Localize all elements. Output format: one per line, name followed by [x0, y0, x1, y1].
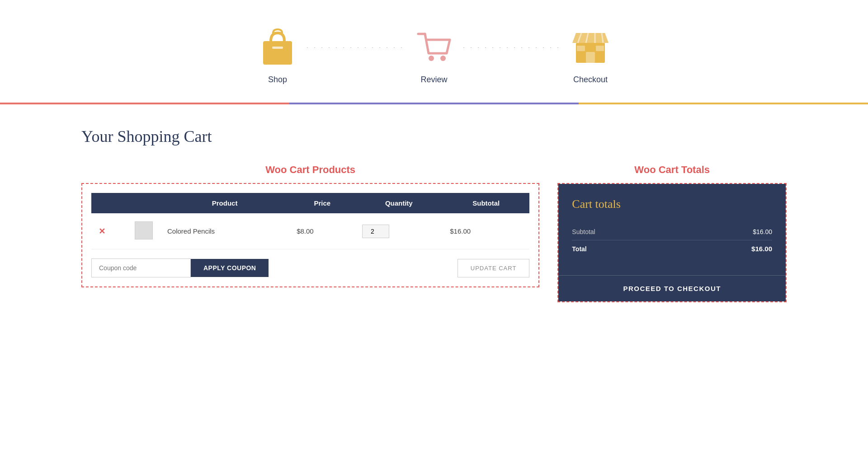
svg-rect-0: [263, 41, 292, 65]
coupon-input[interactable]: [91, 258, 191, 277]
totals-box: Cart totals Subtotal $16.00 Total $16.00…: [557, 183, 787, 302]
price-cell: $8.00: [289, 213, 355, 249]
quantity-input[interactable]: [362, 225, 389, 238]
col-product: Product: [160, 193, 289, 213]
step-shop-label: Shop: [268, 75, 287, 84]
divider-yellow: [579, 103, 868, 104]
product-name-cell: Colored Pencils: [160, 213, 289, 249]
subtotal-row: Subtotal $16.00: [572, 224, 772, 240]
step-checkout[interactable]: Checkout: [570, 27, 611, 84]
review-icon: [414, 27, 454, 68]
progress-divider: [0, 103, 868, 104]
col-quantity: Quantity: [355, 193, 443, 213]
svg-point-4: [429, 56, 434, 61]
proceed-to-checkout-button[interactable]: PROCEED TO CHECKOUT: [558, 275, 786, 301]
cart-layout: Woo Cart Products Product Price Quantity…: [81, 164, 787, 302]
col-remove: [91, 193, 127, 213]
quantity-cell: [355, 213, 443, 249]
progress-bar: Shop · · · · · · · · · · · · · · Review …: [0, 0, 868, 103]
products-box: Product Price Quantity Subtotal ✕: [81, 183, 539, 287]
cart-table: Product Price Quantity Subtotal ✕: [91, 193, 529, 249]
svg-rect-1: [272, 47, 283, 49]
subtotal-label: Subtotal: [572, 228, 595, 235]
divider-red: [0, 103, 289, 104]
image-cell: [127, 213, 160, 249]
cart-totals-title: Cart totals: [572, 197, 772, 211]
subtotal-cell: $16.00: [443, 213, 529, 249]
coupon-row: APPLY COUPON UPDATE CART: [91, 258, 529, 277]
remove-button[interactable]: ✕: [99, 227, 105, 236]
divider-purple: [289, 103, 579, 104]
svg-rect-13: [586, 52, 595, 63]
apply-coupon-button[interactable]: APPLY COUPON: [191, 259, 269, 277]
totals-inner: Cart totals Subtotal $16.00 Total $16.00: [558, 184, 786, 275]
svg-rect-15: [596, 46, 604, 51]
total-label: Total: [572, 245, 586, 253]
total-row: Total $16.00: [572, 240, 772, 257]
col-subtotal: Subtotal: [443, 193, 529, 213]
product-thumbnail: [135, 221, 153, 239]
products-section-title: Woo Cart Products: [81, 164, 539, 176]
cart-products-column: Woo Cart Products Product Price Quantity…: [81, 164, 539, 287]
total-value: $16.00: [751, 245, 772, 253]
page-title: Your Shopping Cart: [81, 127, 787, 146]
step-checkout-label: Checkout: [573, 75, 608, 84]
table-row: ✕ Colored Pencils $8.00 $16.00: [91, 213, 529, 249]
table-header-row: Product Price Quantity Subtotal: [91, 193, 529, 213]
dots-2: · · · · · · · · · · · · · ·: [463, 46, 561, 66]
dots-1: · · · · · · · · · · · · · ·: [307, 46, 405, 66]
svg-rect-14: [577, 46, 585, 51]
subtotal-value: $16.00: [753, 228, 772, 235]
shop-icon: [257, 27, 298, 68]
col-image: [127, 193, 160, 213]
totals-section-title: Woo Cart Totals: [557, 164, 787, 176]
step-shop[interactable]: Shop: [257, 27, 298, 84]
step-review[interactable]: Review: [414, 27, 454, 84]
update-cart-button[interactable]: UPDATE CART: [458, 259, 530, 277]
step-review-label: Review: [420, 75, 447, 84]
checkout-icon: [570, 27, 611, 68]
col-price: Price: [289, 193, 355, 213]
remove-cell: ✕: [91, 213, 127, 249]
main-content: Your Shopping Cart Woo Cart Products Pro…: [0, 104, 868, 325]
svg-point-5: [440, 56, 446, 61]
cart-totals-column: Woo Cart Totals Cart totals Subtotal $16…: [557, 164, 787, 302]
